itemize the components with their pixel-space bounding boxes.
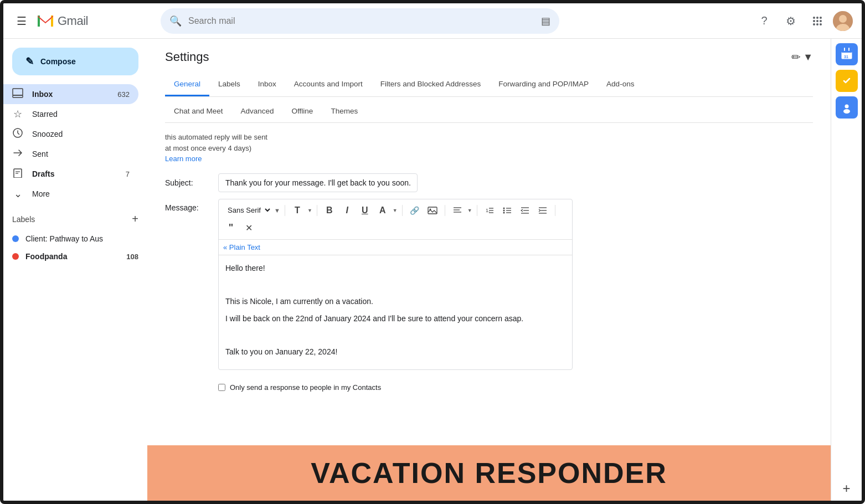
search-icon: 🔍 (169, 15, 182, 27)
toolbar-separator-4 (445, 205, 445, 216)
compose-button[interactable]: ✎ Compose (12, 48, 138, 75)
contacts-only-label: Only send a response to people in my Con… (230, 383, 381, 392)
label-name-pathway: Client: Pathway to Aus (25, 234, 138, 243)
bullet-list-button[interactable] (500, 203, 515, 218)
tab-offline[interactable]: Offline (283, 101, 322, 122)
chevron-down-icon: ⌄ (12, 188, 23, 200)
tasks-button[interactable] (836, 70, 858, 92)
main-layout: ✎ Compose Inbox 632 ☆ Starred Snoozed (3, 39, 862, 501)
labels-add-icon[interactable]: + (132, 213, 138, 225)
svg-text:31: 31 (844, 55, 848, 59)
message-line-1: Hello there! (225, 262, 565, 274)
content-area: Settings ✏ ▼ General Labels Inbox Accoun… (147, 39, 831, 501)
search-input[interactable] (188, 16, 534, 26)
subject-label: Subject: (165, 178, 209, 187)
tab-inbox[interactable]: Inbox (249, 73, 285, 96)
label-dot-red (12, 253, 19, 260)
tasks-icon (840, 74, 853, 88)
toolbar-separator-1 (285, 205, 285, 216)
font-color-button[interactable]: A (375, 203, 390, 218)
inbox-label: Inbox (32, 90, 109, 99)
svg-point-3 (813, 17, 815, 19)
subject-input[interactable] (218, 173, 418, 192)
sidebar-item-drafts[interactable]: Drafts 7 (3, 164, 138, 184)
vacation-banner: VACATION RESPONDER (147, 445, 831, 501)
bold-button[interactable]: B (322, 203, 337, 218)
tab-accounts-import[interactable]: Accounts and Import (285, 73, 372, 96)
svg-point-13 (839, 15, 847, 23)
filter-icon[interactable]: ▤ (541, 15, 550, 27)
svg-point-4 (816, 17, 818, 19)
gmail-m-icon (35, 11, 55, 31)
sidebar-item-snoozed[interactable]: Snoozed (3, 124, 138, 144)
svg-point-7 (816, 20, 818, 22)
calendar-icon: 31 (840, 48, 853, 61)
vacation-banner-text: VACATION RESPONDER (311, 456, 667, 490)
label-item-foodpanda[interactable]: Foodpanda 108 (12, 248, 138, 265)
svg-point-49 (845, 105, 848, 109)
tab-chat-meet[interactable]: Chat and Meet (165, 101, 232, 122)
italic-button[interactable]: I (339, 203, 355, 218)
edit-icon[interactable]: ✏ (791, 50, 801, 64)
dropdown-arrow-icon[interactable]: ▼ (803, 52, 813, 63)
more-label: More (32, 189, 138, 198)
add-app-button[interactable]: + (838, 476, 854, 501)
header-left: ☰ Gmail (12, 10, 156, 32)
tab-labels[interactable]: Labels (209, 73, 249, 96)
inbox-count: 632 (117, 90, 130, 99)
settings-tabs-row2: Chat and Meet Advanced Offline Themes (165, 97, 813, 123)
search-bar: 🔍 ▤ (161, 8, 559, 34)
clear-formatting-button[interactable]: ✕ (241, 220, 256, 236)
label-dot-blue (12, 235, 19, 242)
avatar[interactable] (833, 11, 853, 31)
indent-increase-button[interactable] (535, 203, 550, 218)
font-size-button[interactable]: T (290, 203, 305, 218)
right-panel: 31 + (831, 39, 862, 501)
sidebar-item-inbox[interactable]: Inbox 632 (3, 84, 138, 104)
tab-forwarding[interactable]: Forwarding and POP/IMAP (490, 73, 598, 96)
contacts-only-checkbox[interactable] (218, 384, 225, 391)
hamburger-icon[interactable]: ☰ (12, 10, 31, 32)
labels-section: Labels + Client: Pathway to Aus Foodpand… (3, 208, 147, 265)
numbered-list-button[interactable]: 1. (482, 203, 497, 218)
tab-advanced[interactable]: Advanced (232, 101, 283, 122)
font-family-select[interactable]: Sans Serif (223, 204, 272, 216)
message-line-2 (225, 279, 565, 291)
image-button[interactable] (425, 203, 440, 218)
message-line-5 (225, 329, 565, 341)
link-button[interactable]: 🔗 (407, 203, 423, 218)
sent-icon (12, 148, 23, 161)
compose-pencil-icon: ✎ (25, 55, 34, 68)
sidebar-item-sent[interactable]: Sent (3, 144, 138, 164)
tab-themes[interactable]: Themes (322, 101, 367, 122)
tab-addons[interactable]: Add-ons (598, 73, 643, 96)
quote-button[interactable]: " (223, 220, 239, 236)
help-button[interactable]: ? (753, 10, 775, 32)
settings-button[interactable]: ⚙ (780, 10, 802, 32)
tab-general[interactable]: General (165, 73, 209, 96)
tab-filters[interactable]: Filters and Blocked Addresses (372, 73, 490, 96)
indent-decrease-button[interactable] (517, 203, 533, 218)
gmail-logo: Gmail (35, 11, 88, 31)
underline-button[interactable]: U (357, 203, 373, 218)
calendar-button[interactable]: 31 (836, 43, 858, 65)
font-size-arrow: ▼ (307, 208, 312, 213)
apps-grid-icon (812, 16, 823, 27)
settings-title: Settings (165, 50, 209, 64)
svg-point-11 (820, 23, 822, 25)
svg-point-30 (503, 207, 504, 209)
plain-text-link[interactable]: « Plain Text (219, 240, 572, 255)
apps-button[interactable] (806, 10, 828, 32)
message-body[interactable]: Hello there! This is Nicole, I am curren… (219, 255, 572, 369)
label-item-pathway[interactable]: Client: Pathway to Aus (12, 230, 138, 248)
learn-more-link[interactable]: Learn more (165, 155, 202, 163)
svg-point-5 (820, 17, 822, 19)
sidebar-item-starred[interactable]: ☆ Starred (3, 104, 138, 124)
snoozed-icon (12, 128, 23, 141)
indent-increase-icon (538, 207, 547, 214)
sidebar-item-more[interactable]: ⌄ More (3, 184, 147, 204)
bullet-list-icon (503, 207, 512, 214)
align-button[interactable] (450, 203, 465, 218)
contacts-button[interactable] (836, 96, 858, 119)
message-line-6: Talk to you on January 22, 2024! (225, 346, 565, 358)
